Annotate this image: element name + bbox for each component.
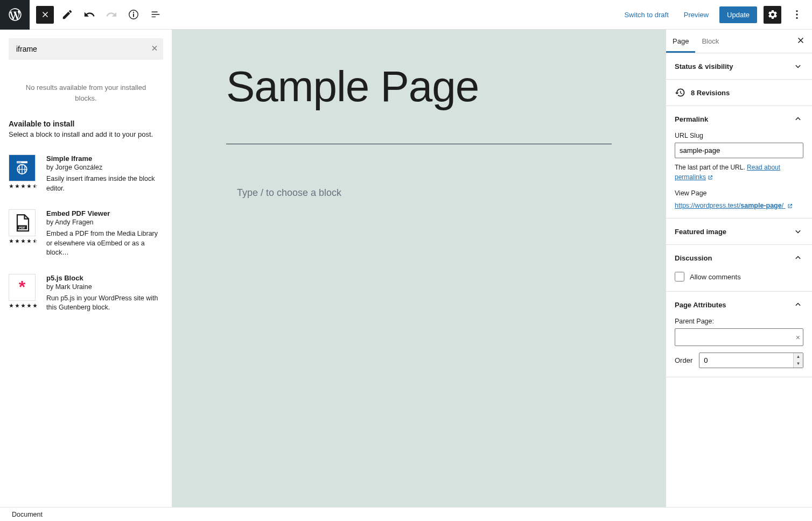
list-icon — [150, 9, 162, 20]
plugin-icon: PDF — [9, 209, 36, 236]
chevron-up-icon — [793, 299, 803, 310]
plugin-desc: Easily insert iframes inside the block e… — [46, 174, 163, 193]
undo-icon — [83, 9, 95, 20]
chevron-up-icon — [793, 252, 803, 263]
pencil-icon — [61, 9, 73, 20]
revisions-label: 8 Revisions — [691, 89, 730, 97]
revisions-button[interactable]: 8 Revisions — [666, 80, 812, 105]
panel-featured-image[interactable]: Featured image — [666, 219, 812, 244]
parent-page-label: Parent Page: — [675, 318, 803, 325]
block-placeholder[interactable]: Type / to choose a block — [226, 187, 612, 199]
page-title[interactable]: Sample Page — [226, 62, 612, 111]
history-icon — [675, 87, 685, 98]
plugin-title: Embed PDF Viewer — [46, 209, 163, 217]
panel-discussion[interactable]: Discussion — [666, 245, 812, 271]
url-slug-label: URL Slug — [675, 132, 803, 139]
pdf-icon: PDF — [12, 213, 32, 233]
update-button[interactable]: Update — [719, 6, 757, 23]
switch-to-draft-button[interactable]: Switch to draft — [620, 8, 673, 22]
edit-mode-button[interactable] — [58, 6, 76, 24]
tab-block[interactable]: Block — [695, 30, 725, 53]
order-decrement-button[interactable]: ▼ — [794, 361, 803, 368]
close-icon — [796, 36, 806, 45]
panel-title: Status & visibility — [675, 62, 733, 71]
panel-title: Featured image — [675, 228, 726, 236]
svg-point-2 — [132, 12, 134, 13]
available-to-install-heading: Available to install — [9, 119, 163, 128]
panel-page-attributes[interactable]: Page Attributes — [666, 292, 812, 318]
redo-icon — [106, 9, 117, 20]
panel-permalink[interactable]: Permalink — [666, 106, 812, 132]
permalink-helper: The last part of the URL. Read about per… — [675, 163, 803, 182]
available-to-install-sub: Select a block to install and add it to … — [9, 130, 163, 138]
globe-icon — [14, 160, 30, 176]
plugin-title: p5.js Block — [46, 274, 163, 282]
order-input[interactable] — [699, 353, 803, 368]
info-icon — [128, 9, 139, 20]
close-icon — [150, 44, 159, 53]
parent-page-input[interactable] — [675, 328, 803, 346]
preview-button[interactable]: Preview — [680, 8, 713, 22]
separator — [226, 144, 612, 144]
svg-point-3 — [796, 10, 797, 12]
chevron-up-icon — [793, 114, 803, 124]
svg-text:PDF: PDF — [19, 226, 25, 229]
wordpress-logo[interactable] — [0, 0, 30, 30]
plugin-rating — [9, 184, 38, 189]
plugin-item[interactable]: Simple Iframe by Jorge González Easily i… — [9, 148, 163, 203]
external-link-icon — [707, 174, 713, 181]
plugin-title: Simple Iframe — [46, 154, 163, 163]
no-results-message: No results available from your installed… — [0, 68, 172, 119]
allow-comments-row[interactable]: Allow comments — [675, 271, 803, 283]
block-search-input[interactable] — [9, 38, 163, 60]
panel-title: Discussion — [675, 254, 712, 262]
plugin-item[interactable]: PDF Embed PDF Viewer by Andy Fragen — [9, 203, 163, 267]
allow-comments-checkbox[interactable] — [675, 272, 684, 281]
allow-comments-label: Allow comments — [690, 273, 741, 281]
external-link-icon — [787, 203, 793, 209]
clear-search-button[interactable] — [150, 44, 159, 54]
close-settings-button[interactable] — [793, 32, 809, 50]
svg-point-8 — [18, 162, 19, 163]
outline-button[interactable] — [146, 6, 164, 24]
view-page-label: View Page — [675, 189, 803, 197]
order-increment-button[interactable]: ▲ — [794, 353, 803, 361]
view-page-link[interactable]: https://wordpress.test/sample-page/ — [675, 202, 793, 209]
parent-page-clear-button[interactable]: × — [796, 333, 800, 342]
redo-button[interactable] — [102, 6, 120, 24]
editor-canvas[interactable]: Sample Page Type / to choose a block — [172, 30, 666, 507]
plugin-desc: Run p5.js in your WordPress site with th… — [46, 294, 163, 313]
svg-point-4 — [796, 13, 797, 15]
plugin-author: by Mark Uraine — [46, 283, 163, 291]
settings-sidebar: Page Block Status & visibility 8 Revisio… — [666, 30, 812, 507]
svg-point-5 — [796, 17, 797, 19]
chevron-down-icon — [793, 226, 803, 237]
plugin-author: by Jorge González — [46, 164, 163, 171]
dots-vertical-icon — [791, 9, 803, 20]
panel-title: Permalink — [675, 115, 708, 123]
url-slug-input[interactable] — [675, 143, 803, 158]
svg-rect-1 — [133, 13, 134, 17]
document-info-button[interactable] — [124, 6, 142, 24]
plugin-item[interactable]: * p5.js Block by Mark Uraine Run p5.js i… — [9, 267, 163, 322]
svg-point-9 — [19, 162, 20, 163]
plugin-author: by Andy Fragen — [46, 219, 163, 226]
panel-status-visibility[interactable]: Status & visibility — [666, 53, 812, 79]
tab-page[interactable]: Page — [666, 30, 695, 53]
panel-title: Page Attributes — [675, 301, 726, 309]
more-options-button[interactable] — [788, 6, 806, 24]
plugin-rating — [9, 303, 38, 308]
close-inserter-button[interactable] — [36, 6, 54, 24]
plugin-icon: * — [9, 274, 36, 301]
plugin-desc: Embed a PDF from the Media Library or el… — [46, 229, 163, 258]
settings-toggle-button[interactable] — [764, 6, 781, 24]
chevron-down-icon — [793, 61, 803, 72]
order-label: Order — [675, 356, 692, 364]
gear-icon — [767, 9, 778, 20]
svg-point-10 — [20, 162, 22, 163]
breadcrumb[interactable]: Document — [0, 507, 812, 521]
wordpress-icon — [8, 7, 23, 22]
block-inserter-panel: No results available from your installed… — [0, 30, 172, 507]
plugin-rating — [9, 238, 38, 244]
undo-button[interactable] — [80, 6, 98, 24]
